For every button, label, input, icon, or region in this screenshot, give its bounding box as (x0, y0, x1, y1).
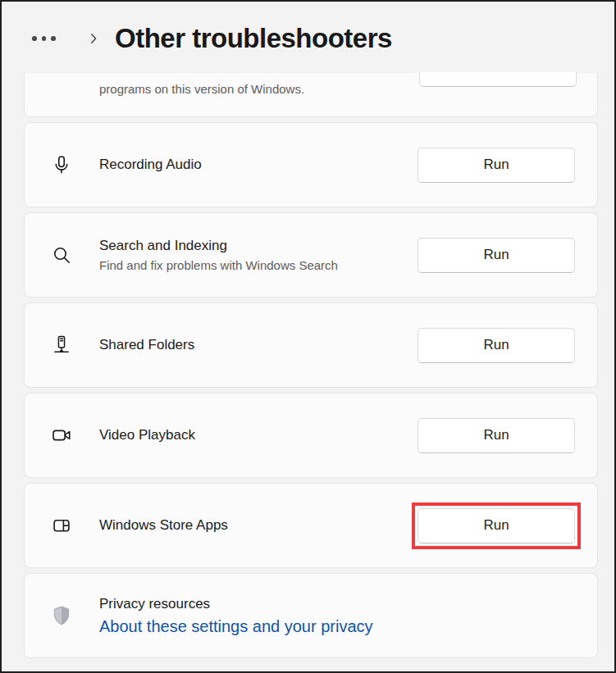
chevron-right-icon (86, 31, 101, 46)
breadcrumb: Other troubleshooters (32, 18, 392, 59)
search-icon (50, 244, 73, 266)
troubleshooter-card-search-and-indexing: Search and Indexing Find and fix problem… (24, 212, 598, 298)
settings-window: Other troubleshooters programs on this v… (0, 0, 616, 673)
page-title: Other troubleshooters (115, 23, 392, 54)
microphone-icon (50, 154, 73, 175)
privacy-title: Privacy resources (99, 595, 373, 613)
highlight-box: Run (412, 502, 581, 549)
item-title: Search and Indexing (99, 237, 338, 255)
item-subtitle: Find and fix problems with Windows Searc… (99, 257, 338, 274)
item-title: Windows Store Apps (99, 516, 228, 534)
split-panel-icon (50, 515, 73, 536)
run-button[interactable]: Run (418, 148, 575, 183)
troubleshooter-card-recording-audio: Recording Audio Run (24, 122, 598, 207)
privacy-link[interactable]: About these settings and your privacy (99, 617, 373, 636)
troubleshooter-card-partial: programs on this version of Windows. (24, 73, 598, 117)
shield-icon (50, 603, 73, 628)
ellipsis-icon[interactable] (32, 36, 62, 41)
troubleshooter-card-shared-folders: Shared Folders Run (24, 302, 598, 388)
partial-card-subtitle: programs on this version of Windows. (99, 81, 304, 98)
run-button[interactable]: Run (418, 328, 575, 363)
troubleshooter-card-windows-store-apps: Windows Store Apps Run (24, 483, 598, 568)
run-button[interactable]: Run (418, 238, 575, 273)
privacy-resources-card: Privacy resources About these settings a… (24, 573, 598, 658)
item-title: Shared Folders (99, 336, 194, 354)
run-button[interactable]: Run (418, 418, 575, 453)
run-button-partial[interactable] (419, 72, 577, 87)
item-title: Video Playback (99, 426, 195, 444)
network-computer-icon (50, 334, 73, 356)
video-camera-icon (50, 425, 73, 446)
run-button-highlighted[interactable]: Run (418, 508, 575, 543)
troubleshooter-list: programs on this version of Windows. Rec… (24, 73, 598, 658)
item-title: Recording Audio (99, 156, 202, 174)
troubleshooter-card-video-playback: Video Playback Run (24, 393, 598, 478)
